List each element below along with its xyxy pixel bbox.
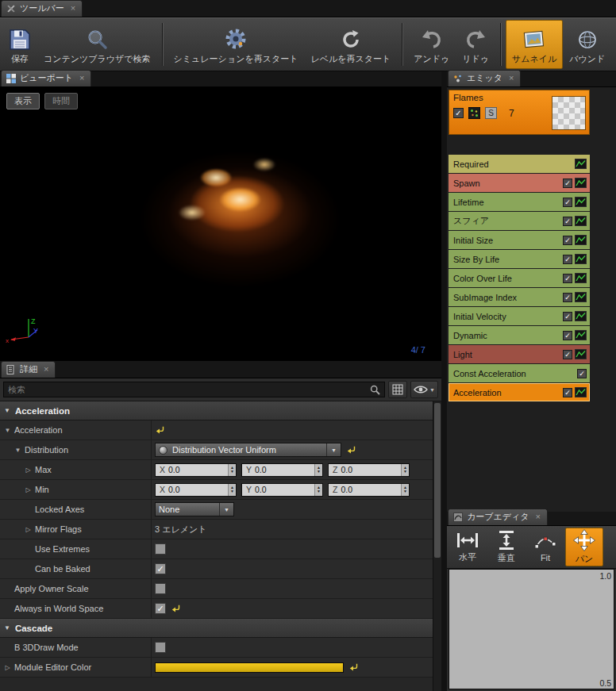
module-subimage-index[interactable]: SubImage Index✓ <box>449 288 590 306</box>
expander-closed-icon[interactable]: ▷ <box>24 526 33 533</box>
search-input[interactable] <box>8 385 367 394</box>
tab-toolbar[interactable]: ツールバー × <box>1 0 83 17</box>
module-color-over-life[interactable]: Color Over Life✓ <box>449 269 590 287</box>
tab-curve-editor[interactable]: カーブエディタ × <box>448 509 548 525</box>
spinner-arrows-icon[interactable]: ▲▼ <box>228 464 236 476</box>
spinner-arrows-icon[interactable]: ▲▼ <box>401 484 409 496</box>
reset-icon[interactable] <box>346 446 356 455</box>
close-icon[interactable]: × <box>79 74 84 83</box>
module-spawn[interactable]: Spawn✓ <box>449 174 590 192</box>
module-enable-checkbox[interactable]: ✓ <box>563 236 572 245</box>
module-lifetime[interactable]: Lifetime✓ <box>449 193 590 211</box>
collapse-arrow-icon[interactable]: ▼ <box>4 407 10 414</box>
burst-icon[interactable] <box>468 107 480 119</box>
numeric-field-y[interactable]: Y0.0▲▼ <box>241 463 323 477</box>
restart-level-button[interactable]: レベルを再スタート <box>304 20 397 69</box>
viewport-3d-view[interactable]: 表示 時間 Z Y x 4/ 7 <box>0 87 441 361</box>
graph-icon[interactable] <box>575 330 587 340</box>
module-enable-checkbox[interactable]: ✓ <box>563 217 572 226</box>
spinner-arrows-icon[interactable]: ▲▼ <box>314 464 322 476</box>
redo-button[interactable]: リドゥ <box>456 20 495 69</box>
property-checkbox[interactable] <box>155 543 166 555</box>
close-icon[interactable]: × <box>44 365 48 374</box>
color-swatch[interactable] <box>155 662 344 673</box>
graph-icon[interactable] <box>575 197 587 207</box>
reset-icon[interactable] <box>348 663 359 672</box>
fit-vertical-button[interactable]: 垂直 <box>487 528 526 566</box>
restart-simulation-button[interactable]: シミュレーションを再スタート <box>167 20 305 69</box>
module-enable-checkbox[interactable]: ✓ <box>563 388 572 397</box>
graph-icon[interactable] <box>575 178 587 188</box>
tab-details[interactable]: 詳細 × <box>1 361 56 378</box>
numeric-field-x[interactable]: X0.0▲▼ <box>155 483 237 497</box>
property-checkbox[interactable] <box>155 642 166 653</box>
emitter-flames[interactable]: Flames ✓ S 7 <box>449 90 590 135</box>
module-initial-velocity[interactable]: Initial Velocity✓ <box>449 307 590 325</box>
module-size-by-life[interactable]: Size By Life✓ <box>449 250 590 268</box>
module-enable-checkbox[interactable]: ✓ <box>563 179 572 188</box>
scrollbar-thumb[interactable] <box>434 403 441 558</box>
tab-viewport[interactable]: ビューポート × <box>1 70 91 86</box>
expander-closed-icon[interactable]: ▷ <box>24 486 33 493</box>
module-enable-checkbox[interactable]: ✓ <box>577 369 587 378</box>
emitter-enable-checkbox[interactable]: ✓ <box>453 108 464 118</box>
fit-horizontal-button[interactable]: 水平 <box>449 528 487 566</box>
dropdown[interactable]: Distribution Vector Uniform▼ <box>155 443 341 457</box>
module-enable-checkbox[interactable]: ✓ <box>563 331 572 340</box>
module-enable-checkbox[interactable]: ✓ <box>563 274 572 283</box>
spinner-arrows-icon[interactable]: ▲▼ <box>314 484 322 496</box>
module-light[interactable]: Light✓ <box>449 345 590 363</box>
module-dynamic[interactable]: Dynamic✓ <box>449 326 590 344</box>
category-acceleration[interactable]: ▼Acceleration <box>0 401 433 420</box>
graph-icon[interactable] <box>575 292 587 302</box>
property-checkbox[interactable] <box>155 583 166 594</box>
collapse-arrow-icon[interactable]: ▼ <box>4 624 10 631</box>
close-icon[interactable]: × <box>509 74 514 83</box>
details-scrollbar[interactable] <box>433 401 441 691</box>
graph-icon[interactable] <box>575 159 587 169</box>
spinner-arrows-icon[interactable]: ▲▼ <box>228 484 236 496</box>
expander-open-icon[interactable]: ▼ <box>13 447 22 454</box>
expander-open-icon[interactable]: ▼ <box>3 427 12 434</box>
module-enable-checkbox[interactable]: ✓ <box>563 350 572 359</box>
close-icon[interactable]: × <box>71 4 75 13</box>
numeric-field-z[interactable]: Z0.0▲▼ <box>328 463 410 477</box>
reset-icon[interactable] <box>155 426 165 435</box>
emitters-canvas[interactable]: Flames ✓ S 7 RequiredSpawn✓Lifetime✓スフィア… <box>447 87 616 512</box>
module-enable-checkbox[interactable]: ✓ <box>563 198 572 207</box>
thumbnail-button[interactable]: サムネイル <box>506 20 563 69</box>
property-checkbox[interactable]: ✓ <box>155 603 166 614</box>
find-in-content-browser-button[interactable]: コンテンツブラウザで検索 <box>37 20 157 69</box>
display-menu-button[interactable]: 表示 <box>6 93 40 109</box>
view-options-grid-button[interactable] <box>388 381 407 398</box>
close-icon[interactable]: × <box>536 512 541 521</box>
visibility-filter-button[interactable]: ▼ <box>410 381 438 398</box>
graph-icon[interactable] <box>575 311 587 321</box>
bounds-button[interactable]: バウンド <box>563 20 611 69</box>
property-checkbox[interactable]: ✓ <box>155 563 166 574</box>
graph-icon[interactable] <box>575 273 587 283</box>
module-enable-checkbox[interactable]: ✓ <box>563 293 572 302</box>
graph-icon[interactable] <box>575 254 587 264</box>
curve-graph-area[interactable]: 1.0 0.5 <box>449 569 614 689</box>
module-item-3[interactable]: スフィア✓ <box>449 212 590 230</box>
module-required[interactable]: Required <box>449 155 590 173</box>
expander-closed-icon[interactable]: ▷ <box>3 664 12 671</box>
graph-icon[interactable] <box>575 216 587 226</box>
time-menu-button[interactable]: 時間 <box>44 93 78 109</box>
graph-icon[interactable] <box>575 349 587 359</box>
graph-icon[interactable] <box>575 235 587 245</box>
numeric-field-x[interactable]: X0.0▲▼ <box>155 463 237 477</box>
module-const-acceleration[interactable]: Const Acceleration✓ <box>449 364 590 382</box>
module-enable-checkbox[interactable]: ✓ <box>563 255 572 264</box>
module-enable-checkbox[interactable]: ✓ <box>563 312 572 321</box>
graph-icon[interactable] <box>575 387 587 397</box>
module-initial-size[interactable]: Initial Size✓ <box>449 231 590 249</box>
solo-badge[interactable]: S <box>485 107 497 119</box>
dropdown[interactable]: None▼ <box>155 502 234 516</box>
pan-button[interactable]: パン <box>565 528 603 566</box>
undo-button[interactable]: アンドゥ <box>407 20 456 69</box>
numeric-field-z[interactable]: Z0.0▲▼ <box>328 483 410 497</box>
expander-closed-icon[interactable]: ▷ <box>24 466 33 474</box>
numeric-field-y[interactable]: Y0.0▲▼ <box>241 483 323 497</box>
